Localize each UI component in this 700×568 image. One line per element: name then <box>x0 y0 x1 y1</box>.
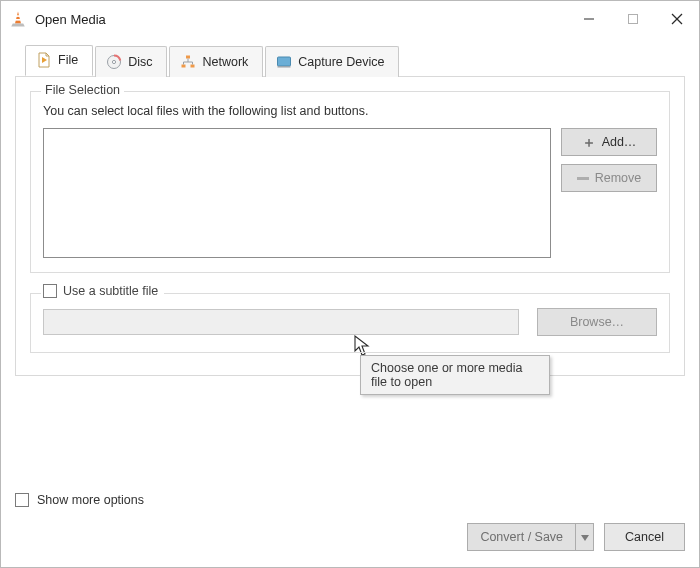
file-icon <box>36 52 52 68</box>
browse-button[interactable]: Browse… <box>537 308 657 336</box>
svg-rect-11 <box>191 65 195 68</box>
tab-capture[interactable]: Capture Device <box>265 46 399 77</box>
more-options-label: Show more options <box>37 493 144 507</box>
cancel-label: Cancel <box>625 530 664 544</box>
svg-point-8 <box>113 60 116 63</box>
network-icon <box>180 54 196 70</box>
file-selection-legend: File Selection <box>41 83 124 97</box>
browse-label: Browse… <box>570 315 624 329</box>
remove-button[interactable]: Remove <box>561 164 657 192</box>
vlc-icon <box>9 10 27 28</box>
tab-label: File <box>58 53 78 67</box>
chevron-down-icon <box>581 530 589 544</box>
tab-row: File Disc Network Capture Device <box>25 45 685 76</box>
show-more-options-row[interactable]: Show more options <box>15 493 685 507</box>
open-media-window: Open Media File <box>0 0 700 568</box>
maximize-button[interactable] <box>611 3 655 35</box>
more-options-checkbox[interactable] <box>15 493 29 507</box>
file-list[interactable]: Choose one or more media file to open <box>43 128 551 258</box>
svg-rect-17 <box>278 66 291 67</box>
titlebar: Open Media <box>1 1 699 37</box>
svg-rect-1 <box>15 19 21 21</box>
convert-save-dropdown[interactable] <box>576 523 594 551</box>
tab-panel: File Selection You can select local file… <box>15 76 685 376</box>
svg-rect-0 <box>16 15 21 17</box>
convert-save-label: Convert / Save <box>480 530 563 544</box>
tab-label: Disc <box>128 55 152 69</box>
plus-icon: ＋ <box>582 135 596 149</box>
svg-rect-16 <box>278 57 291 66</box>
convert-save-button[interactable]: Convert / Save <box>467 523 576 551</box>
tab-file[interactable]: File <box>25 45 93 76</box>
window-title: Open Media <box>35 12 106 27</box>
capture-icon <box>276 54 292 70</box>
subtitle-label: Use a subtitle file <box>63 284 158 298</box>
cancel-button[interactable]: Cancel <box>604 523 685 551</box>
svg-rect-9 <box>186 56 190 59</box>
file-list-tooltip: Choose one or more media file to open <box>360 355 550 395</box>
subtitle-path-input[interactable] <box>43 309 519 335</box>
tab-label: Network <box>202 55 248 69</box>
add-label: Add… <box>602 135 637 149</box>
tab-network[interactable]: Network <box>169 46 263 77</box>
subtitle-checkbox[interactable] <box>43 284 57 298</box>
file-selection-help: You can select local files with the foll… <box>43 104 657 118</box>
svg-rect-10 <box>182 65 186 68</box>
tab-label: Capture Device <box>298 55 384 69</box>
minimize-button[interactable] <box>567 3 611 35</box>
add-button[interactable]: ＋ Add… <box>561 128 657 156</box>
close-button[interactable] <box>655 3 699 35</box>
remove-label: Remove <box>595 171 642 185</box>
svg-rect-3 <box>629 15 638 24</box>
subtitle-group: Use a subtitle file Browse… <box>30 293 670 353</box>
tab-disc[interactable]: Disc <box>95 46 167 77</box>
disc-icon <box>106 54 122 70</box>
file-selection-group: File Selection You can select local file… <box>30 91 670 273</box>
minus-icon <box>577 177 589 180</box>
convert-save-split-button[interactable]: Convert / Save <box>467 523 594 551</box>
